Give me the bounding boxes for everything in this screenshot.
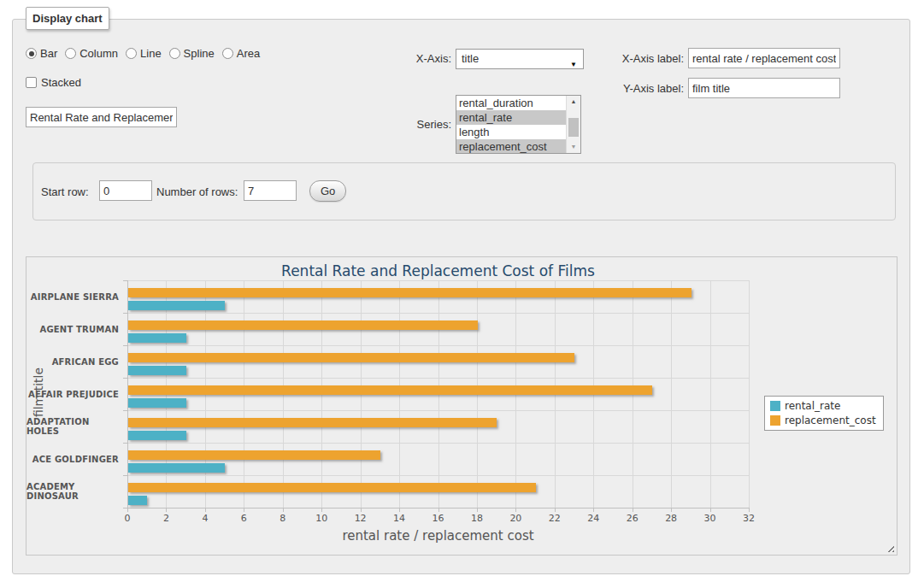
go-button[interactable]: Go xyxy=(309,180,346,202)
category-label: AFRICAN EGG xyxy=(26,345,119,378)
x-axis-label-input[interactable] xyxy=(688,48,840,68)
x-tick-label: 10 xyxy=(309,513,334,524)
gridline-horizontal xyxy=(128,443,750,444)
x-tick-mark xyxy=(671,509,672,512)
x-tick-mark xyxy=(477,509,478,512)
x-tick-label: 16 xyxy=(426,513,451,524)
x-tick-label: 8 xyxy=(270,513,296,524)
series-scrollbar[interactable]: ▲ ▼ xyxy=(566,96,580,153)
x-tick-mark xyxy=(438,509,439,512)
x-tick-label: 0 xyxy=(115,513,140,524)
scrollbar-thumb[interactable] xyxy=(568,118,579,137)
chart-type-radio-group: BarColumnLineSplineArea xyxy=(26,47,260,60)
scroll-up-icon[interactable]: ▲ xyxy=(567,96,580,108)
x-tick-label: 12 xyxy=(348,513,374,524)
series-option-rental_rate[interactable]: rental_rate xyxy=(456,110,570,125)
plot-area xyxy=(127,280,750,509)
chart-container: Rental Rate and Replacement Cost of Film… xyxy=(26,256,898,556)
bar-replacement_cost-1[interactable] xyxy=(128,320,478,330)
y-tick-mark xyxy=(123,345,127,346)
radio-option-bar[interactable]: Bar xyxy=(26,47,57,60)
x-tick-mark xyxy=(244,509,244,512)
radio-option-line[interactable]: Line xyxy=(126,47,162,60)
series-option-rental_duration[interactable]: rental_duration xyxy=(456,96,570,110)
gridline-horizontal xyxy=(128,378,750,379)
chart-title-input[interactable] xyxy=(26,107,177,127)
category-label: ADAPTATION HOLES xyxy=(26,410,119,443)
number-of-rows-input[interactable] xyxy=(244,180,297,201)
category-label: AIRPLANE SIERRA xyxy=(26,280,119,313)
y-tick-mark xyxy=(123,280,127,281)
x-axis-select-label: X-Axis: xyxy=(368,52,451,65)
bar-rental_rate-1[interactable] xyxy=(128,333,186,343)
gridline-horizontal xyxy=(128,345,750,346)
x-tick-label: 30 xyxy=(697,513,723,524)
x-tick-label: 18 xyxy=(464,513,490,524)
y-tick-mark xyxy=(123,475,127,476)
bar-rental_rate-4[interactable] xyxy=(128,431,186,440)
bar-replacement_cost-4[interactable] xyxy=(128,418,497,427)
bar-rental_rate-3[interactable] xyxy=(128,398,186,408)
scroll-down-icon[interactable]: ▼ xyxy=(567,141,580,153)
series-option-replacement_cost[interactable]: replacement_cost xyxy=(456,139,570,154)
series-option-length[interactable]: length xyxy=(456,125,570,139)
x-tick-mark xyxy=(555,509,556,512)
radio-icon-column[interactable] xyxy=(65,48,76,59)
y-tick-mark xyxy=(123,508,127,509)
x-tick-mark xyxy=(399,509,400,512)
radio-icon-area[interactable] xyxy=(222,48,233,59)
x-tick-mark xyxy=(710,509,711,512)
legend-item-replacement_cost[interactable]: replacement_cost xyxy=(770,414,876,426)
radio-option-spline[interactable]: Spline xyxy=(169,47,215,60)
x-tick-label: 28 xyxy=(658,513,684,524)
stacked-checkbox[interactable] xyxy=(26,77,37,88)
radio-option-area[interactable]: Area xyxy=(222,47,260,60)
chevron-down-icon: ▼ xyxy=(570,56,577,74)
bar-replacement_cost-5[interactable] xyxy=(128,450,380,460)
x-tick-mark xyxy=(321,509,322,512)
radio-icon-spline[interactable] xyxy=(169,48,180,59)
legend-label: rental_rate xyxy=(785,400,840,412)
radio-option-column[interactable]: Column xyxy=(65,47,118,60)
legend-swatch-replacement_cost xyxy=(770,415,780,426)
gridline-vertical xyxy=(710,280,711,508)
gridline-vertical xyxy=(749,280,750,508)
category-label: ACE GOLDFINGER xyxy=(26,443,119,475)
bar-replacement_cost-3[interactable] xyxy=(128,385,652,395)
series-select-label: Series: xyxy=(368,118,451,131)
x-tick-mark xyxy=(166,509,167,512)
bar-rental_rate-2[interactable] xyxy=(128,366,186,375)
x-tick-mark xyxy=(361,509,362,512)
y-axis-label-input[interactable] xyxy=(688,78,840,98)
x-tick-label: 6 xyxy=(231,513,256,524)
x-tick-label: 14 xyxy=(386,513,412,524)
x-tick-mark xyxy=(515,509,516,512)
radio-icon-line[interactable] xyxy=(126,48,137,59)
bar-rental_rate-0[interactable] xyxy=(128,301,225,310)
x-tick-label: 2 xyxy=(153,513,179,524)
bar-replacement_cost-0[interactable] xyxy=(128,288,692,297)
start-row-input[interactable] xyxy=(99,180,152,201)
bar-replacement_cost-2[interactable] xyxy=(128,353,574,362)
category-label: AFFAIR PREJUDICE xyxy=(26,378,119,410)
stacked-option[interactable]: Stacked xyxy=(26,74,81,90)
legend-swatch-rental_rate xyxy=(770,401,780,411)
y-axis-label-label: Y-Axis label: xyxy=(598,82,684,95)
chart-title: Rental Rate and Replacement Cost of Film… xyxy=(127,262,749,279)
resize-handle-icon[interactable] xyxy=(885,543,894,552)
y-tick-mark xyxy=(123,443,127,444)
bar-replacement_cost-6[interactable] xyxy=(128,483,536,492)
x-axis-select[interactable]: title ▼ xyxy=(456,49,584,69)
gridline-horizontal xyxy=(128,280,750,281)
x-tick-mark xyxy=(749,509,750,512)
legend-item-rental_rate[interactable]: rental_rate xyxy=(770,400,876,412)
radio-icon-bar[interactable] xyxy=(26,48,37,59)
y-tick-mark xyxy=(123,378,127,379)
bar-rental_rate-6[interactable] xyxy=(128,496,147,505)
panel-title: Display chart xyxy=(26,7,109,30)
gridline-horizontal xyxy=(128,475,750,476)
category-label: AGENT TRUMAN xyxy=(26,313,119,345)
series-multiselect[interactable]: rental_durationrental_ratelengthreplacem… xyxy=(456,95,581,154)
number-of-rows-label: Number of rows: xyxy=(156,185,238,198)
bar-rental_rate-5[interactable] xyxy=(128,463,225,473)
